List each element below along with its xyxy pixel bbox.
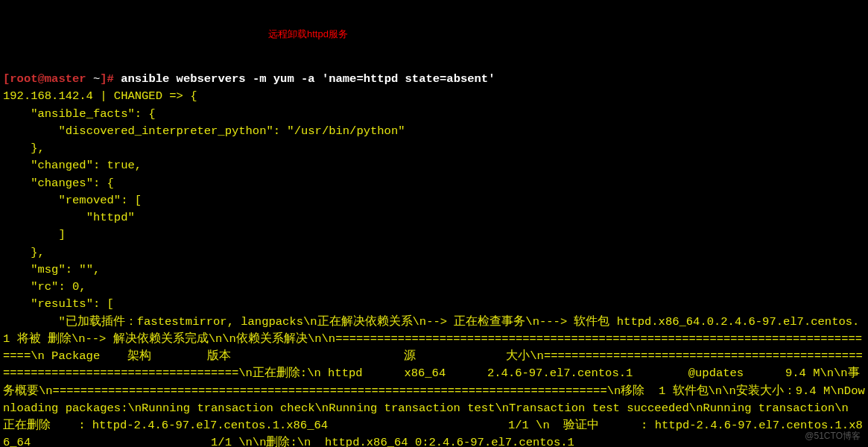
prompt-bracket-open: [ [3, 72, 10, 86]
command-text: ansible webservers -m yum -a 'name=httpd… [121, 72, 495, 86]
output-line-8: "httpd" [3, 211, 135, 224]
output-line-1: 192.168.142.4 | CHANGED => { [3, 89, 197, 103]
output-line-7: "removed": [ [3, 194, 142, 207]
output-line-6: "changes": { [3, 177, 114, 190]
output-line-4: }, [3, 142, 45, 155]
annotation-label: 远程卸载httpd服务 [268, 27, 348, 42]
prompt-user-host: root@master [10, 72, 86, 86]
watermark-text: @51CTO博客 [805, 429, 861, 443]
output-line-10: }, [3, 246, 45, 259]
prompt-tilde: ~ [86, 72, 101, 86]
output-line-2: "ansible_facts": { [3, 107, 156, 121]
prompt-hash: # [107, 72, 121, 86]
output-line-3: "discovered_interpreter_python": "/usr/b… [3, 124, 405, 138]
terminal-output: [root@master ~]# ansible webservers -m y… [3, 71, 865, 447]
prompt-bracket-close: ] [100, 72, 107, 86]
output-line-11: "msg": "", [3, 263, 100, 276]
output-line-9: ] [3, 228, 66, 241]
output-line-13: "results": [ [3, 297, 114, 311]
output-line-14: "已加载插件：fastestmirror, langpacks\n正在解决依赖关… [3, 315, 866, 448]
output-line-12: "rc": 0, [3, 280, 86, 294]
output-line-5: "changed": true, [3, 159, 142, 172]
